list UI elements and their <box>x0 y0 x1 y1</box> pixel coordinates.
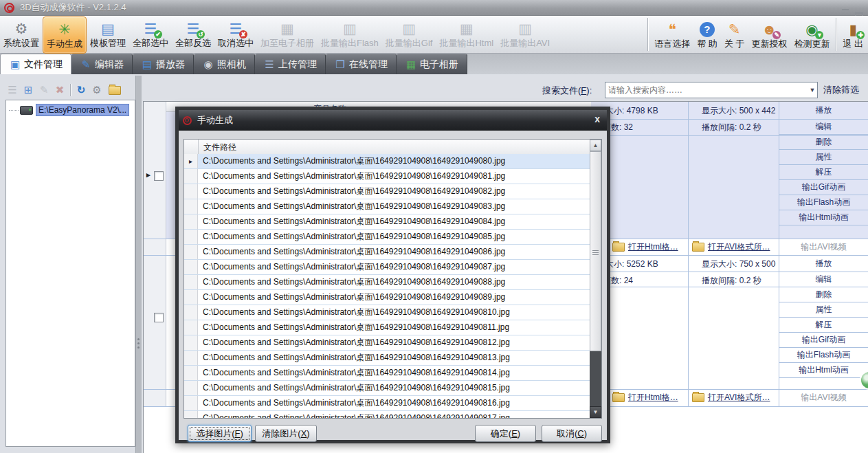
file-row[interactable]: C:\Documents and Settings\Administrator\… <box>184 320 590 335</box>
toolbar-item-exit[interactable]: ▮✚退 出 <box>839 17 867 53</box>
file-row[interactable]: C:\Documents and Settings\Administrator\… <box>184 169 590 184</box>
open-avi-link[interactable]: 打开AVI格式所… <box>708 241 770 253</box>
action-output-html[interactable]: 输出Html动画 <box>779 210 868 225</box>
file-row[interactable]: C:\Documents and Settings\Administrator\… <box>184 290 590 305</box>
toolbar-item-add-to-album[interactable]: ▦加至电子相册 <box>257 16 318 52</box>
file-row[interactable]: C:\Documents and Settings\Administrator\… <box>184 411 590 418</box>
action-extract[interactable]: 解压 <box>779 164 868 179</box>
action-properties[interactable]: 属性 <box>779 302 868 317</box>
action-extract[interactable]: 解压 <box>779 317 868 332</box>
action-output-flash[interactable]: 输出Flash动画 <box>779 347 868 362</box>
action-output-avi[interactable]: 输出AVI视频 <box>779 239 868 255</box>
action-output-avi[interactable]: 输出AVI视频 <box>779 389 868 406</box>
toolbar-item-settings-gear[interactable]: ⚙系统设置 <box>0 16 43 52</box>
toolbar-item-deselect[interactable]: ☰✘取消选中 <box>214 16 257 52</box>
toolbar-item-batch-html[interactable]: ▦批量输出Html <box>436 16 497 52</box>
folder-icon[interactable] <box>612 393 625 402</box>
help-icon: ? <box>700 22 715 37</box>
tab-database-upload[interactable]: ☰上传管理 <box>255 54 326 74</box>
row-gutter-cell <box>184 169 198 184</box>
toolbar-item-template-manage[interactable]: ▤模板管理 <box>87 16 129 52</box>
toolbar-item-language-select[interactable]: ❝语言选择 <box>651 17 693 53</box>
delete-item-icon[interactable]: ✖ <box>53 83 67 97</box>
file-row[interactable]: C:\Documents and Settings\Administrator\… <box>184 199 590 214</box>
tab-editor-page[interactable]: ✎编辑器 <box>71 54 133 74</box>
action-play[interactable]: 播放 <box>779 255 868 272</box>
toolbar-item-label: 更新授权 <box>751 38 787 49</box>
scroll-up-icon[interactable]: ▲ <box>590 140 601 151</box>
action-output-gif[interactable]: 输出Gif动画 <box>779 332 868 347</box>
toolbar-item-batch-flash[interactable]: ▥批量输出Flash <box>318 16 382 52</box>
action-output-html[interactable]: 输出Html动画 <box>779 362 868 377</box>
combo-dropdown-arrow[interactable]: ▼ <box>808 87 817 93</box>
file-row[interactable]: C:\Documents and Settings\Administrator\… <box>184 184 590 199</box>
open-html-link[interactable]: 打开Html格… <box>628 241 678 253</box>
file-row[interactable]: C:\Documents and Settings\Administrator\… <box>184 335 590 351</box>
cancel-button[interactable]: 取消(C) <box>542 425 602 442</box>
file-row[interactable]: C:\Documents and Settings\Administrator\… <box>184 260 590 275</box>
clear-images-button[interactable]: 清除图片(X) <box>255 425 317 442</box>
tab-film[interactable]: ▤播放器 <box>133 54 194 74</box>
edit-item-icon[interactable]: ✎ <box>37 83 51 97</box>
settings-icon[interactable]: ⚙ <box>90 83 104 97</box>
action-edit[interactable]: 编辑 <box>779 272 868 287</box>
toolbar-item-select-all[interactable]: ☰✔全部选中 <box>129 16 172 52</box>
action-delete[interactable]: 删除 <box>779 134 868 149</box>
scrollbar-thumb[interactable] <box>590 151 601 351</box>
file-row[interactable]: C:\Documents and Settings\Administrator\… <box>184 245 590 260</box>
tab-photo-album[interactable]: ▦电子相册 <box>397 54 467 74</box>
toolbar-item-label: 批量输出Flash <box>321 38 379 49</box>
action-delete[interactable]: 删除 <box>779 287 868 302</box>
scroll-down-icon[interactable]: ▼ <box>590 406 601 418</box>
minimize-button[interactable] <box>841 4 849 12</box>
toolbar-item-update-license[interactable]: ☻✎更新授权 <box>748 17 790 53</box>
search-input[interactable] <box>605 85 808 95</box>
tab-label: 播放器 <box>156 58 185 71</box>
toolbar-item-label: 退 出 <box>843 38 863 49</box>
clear-filter-button[interactable]: 清除筛选 <box>821 82 862 98</box>
record-2-checkbox[interactable] <box>154 313 164 322</box>
toolbar-item-batch-avi[interactable]: ▥批量输出AVI <box>497 16 553 52</box>
action-edit[interactable]: 编辑 <box>779 119 868 134</box>
panel-splitter[interactable] <box>135 76 142 453</box>
refresh-icon[interactable]: ↻ <box>74 83 88 97</box>
open-avi-link[interactable]: 打开AVI格式所… <box>708 392 770 404</box>
open-folder-icon[interactable] <box>109 86 121 95</box>
tab-camera[interactable]: ◉照相机 <box>194 54 255 74</box>
tab-browser-edit[interactable]: ❐在线管理 <box>326 54 397 74</box>
select-images-button[interactable]: 选择图片(F) <box>188 425 252 442</box>
file-row[interactable]: ▸C:\Documents and Settings\Administrator… <box>184 154 590 169</box>
toolbar-item-about[interactable]: ✎关 于 <box>721 17 748 53</box>
row-gutter-cell <box>184 305 198 320</box>
row-gutter-cell <box>184 214 198 229</box>
file-row[interactable]: C:\Documents and Settings\Administrator\… <box>184 381 590 396</box>
record-1-checkbox[interactable] <box>154 171 164 181</box>
folder-icon[interactable] <box>612 243 625 252</box>
file-row[interactable]: C:\Documents and Settings\Administrator\… <box>184 275 590 290</box>
tab-monitor[interactable]: ▣文件管理 <box>0 54 71 74</box>
exit-icon: ▮✚ <box>844 21 862 38</box>
tree-root-item[interactable]: E:\EasyPanorama V2\... <box>9 104 135 116</box>
file-row[interactable]: C:\Documents and Settings\Administrator\… <box>184 351 590 366</box>
action-output-flash[interactable]: 输出Flash动画 <box>779 195 868 210</box>
add-item-icon[interactable]: ☰ <box>5 83 19 97</box>
toolbar-item-help[interactable]: ?帮 助 <box>693 17 721 53</box>
toolbar-item-batch-gif[interactable]: ▥批量输出Gif <box>382 16 436 52</box>
add-node-icon[interactable]: ⊞ <box>21 83 35 97</box>
file-row[interactable]: C:\Documents and Settings\Administrator\… <box>184 396 590 411</box>
toolbar-item-manual-generate[interactable]: ✳手动生成 <box>43 16 87 54</box>
action-output-gif[interactable]: 输出Gif动画 <box>779 179 868 195</box>
file-row[interactable]: C:\Documents and Settings\Administrator\… <box>184 214 590 230</box>
file-row[interactable]: C:\Documents and Settings\Administrator\… <box>184 305 590 320</box>
open-html-link[interactable]: 打开Html格… <box>628 392 678 404</box>
toolbar-item-check-update[interactable]: ◉▼检测更新 <box>790 17 833 53</box>
folder-icon[interactable] <box>692 393 704 402</box>
file-row[interactable]: C:\Documents and Settings\Administrator\… <box>184 366 590 381</box>
ok-button[interactable]: 确定(E) <box>475 425 536 442</box>
dialog-close-icon[interactable]: x <box>594 113 600 124</box>
toolbar-item-invert-selection[interactable]: ☰↺全部反选 <box>172 16 214 52</box>
action-properties[interactable]: 属性 <box>779 149 868 164</box>
folder-icon[interactable] <box>692 243 704 252</box>
action-play[interactable]: 播放 <box>779 102 868 119</box>
file-row[interactable]: C:\Documents and Settings\Administrator\… <box>184 230 590 245</box>
